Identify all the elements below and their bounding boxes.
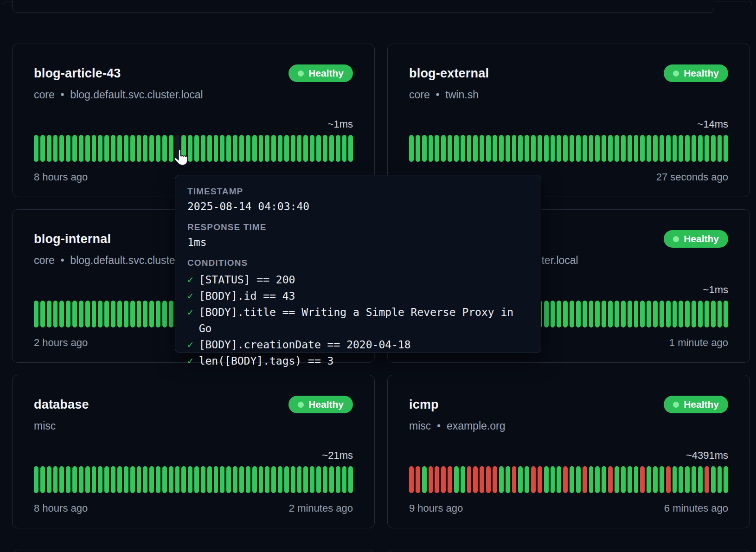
uptime-bar[interactable] <box>310 466 314 493</box>
uptime-bar[interactable] <box>711 135 716 162</box>
uptime-bar[interactable] <box>175 135 180 162</box>
uptime-bar[interactable] <box>551 135 555 162</box>
uptime-bar[interactable] <box>621 135 626 162</box>
uptime-bar[interactable] <box>589 301 594 327</box>
uptime-bar[interactable] <box>104 301 109 327</box>
uptime-bar[interactable] <box>583 466 587 493</box>
uptime-bar[interactable] <box>409 466 414 493</box>
uptime-bar[interactable] <box>518 466 523 493</box>
uptime-bar[interactable] <box>512 135 517 162</box>
uptime-bar[interactable] <box>265 135 269 162</box>
uptime-bar[interactable] <box>724 466 728 493</box>
uptime-bar[interactable] <box>181 135 186 162</box>
uptime-bar[interactable] <box>621 466 626 493</box>
uptime-bar[interactable] <box>59 135 64 162</box>
uptime-bar[interactable] <box>348 135 353 162</box>
uptime-bar[interactable] <box>653 466 658 493</box>
uptime-bar[interactable] <box>499 135 504 162</box>
uptime-bar[interactable] <box>640 135 645 162</box>
uptime-bar[interactable] <box>278 466 282 493</box>
uptime-bar[interactable] <box>673 466 677 493</box>
uptime-bar[interactable] <box>169 466 173 493</box>
uptime-bar[interactable] <box>143 301 147 327</box>
uptime-bar[interactable] <box>473 135 478 162</box>
uptime-bar[interactable] <box>104 466 109 493</box>
uptime-bar[interactable] <box>271 466 276 493</box>
uptime-bar[interactable] <box>679 135 683 162</box>
uptime-bar[interactable] <box>143 466 147 493</box>
uptime-bar[interactable] <box>608 135 613 162</box>
uptime-bar[interactable] <box>666 466 671 493</box>
uptime-bar[interactable] <box>435 135 439 162</box>
uptime-bar[interactable] <box>634 301 639 327</box>
uptime-bar[interactable] <box>698 466 703 493</box>
uptime-bar[interactable] <box>329 466 334 493</box>
uptime-bar[interactable] <box>615 466 619 493</box>
uptime-bar[interactable] <box>634 135 639 162</box>
uptime-bar[interactable] <box>169 301 173 327</box>
uptime-bar[interactable] <box>506 135 510 162</box>
uptime-bar[interactable] <box>518 135 523 162</box>
uptime-bar[interactable] <box>79 135 83 162</box>
uptime-bar[interactable] <box>422 135 427 162</box>
uptime-bar[interactable] <box>342 135 347 162</box>
uptime-bar[interactable] <box>271 135 276 162</box>
uptime-bar[interactable] <box>117 301 122 327</box>
uptime-bar[interactable] <box>525 135 529 162</box>
uptime-bar[interactable] <box>531 466 536 493</box>
uptime-bar[interactable] <box>448 135 452 162</box>
uptime-bar[interactable] <box>660 301 664 327</box>
uptime-bar[interactable] <box>563 466 568 493</box>
uptime-bar[interactable] <box>628 135 632 162</box>
uptime-bar[interactable] <box>544 135 549 162</box>
uptime-bar[interactable] <box>252 135 257 162</box>
uptime-bar[interactable] <box>454 135 459 162</box>
uptime-bar[interactable] <box>47 466 51 493</box>
uptime-bar[interactable] <box>53 301 58 327</box>
uptime-bar[interactable] <box>480 135 484 162</box>
uptime-bar[interactable] <box>59 301 64 327</box>
uptime-bar[interactable] <box>454 466 459 493</box>
uptime-bar[interactable] <box>705 301 709 327</box>
uptime-bar[interactable] <box>705 466 709 493</box>
uptime-bar[interactable] <box>673 301 677 327</box>
uptime-bar[interactable] <box>162 135 167 162</box>
uptime-bar[interactable] <box>259 135 263 162</box>
uptime-bar[interactable] <box>711 466 716 493</box>
uptime-bar[interactable] <box>207 135 212 162</box>
uptime-bar[interactable] <box>653 135 658 162</box>
uptime-bar[interactable] <box>461 135 465 162</box>
uptime-bar[interactable] <box>602 301 606 327</box>
uptime-bar[interactable] <box>124 466 128 493</box>
uptime-bar[interactable] <box>718 301 722 327</box>
uptime-bar[interactable] <box>226 135 231 162</box>
uptime-bars[interactable] <box>34 135 353 162</box>
uptime-bar[interactable] <box>336 135 340 162</box>
uptime-bar[interactable] <box>589 466 594 493</box>
uptime-bar[interactable] <box>246 466 250 493</box>
uptime-bar[interactable] <box>441 135 446 162</box>
service-card-blog-external[interactable]: blog-external Healthy core • twin.sh ~14… <box>387 44 750 197</box>
uptime-bar[interactable] <box>316 135 321 162</box>
uptime-bar[interactable] <box>551 466 555 493</box>
uptime-bar[interactable] <box>673 135 677 162</box>
uptime-bar[interactable] <box>602 135 606 162</box>
uptime-bar[interactable] <box>201 135 205 162</box>
uptime-bar[interactable] <box>111 301 115 327</box>
uptime-bar[interactable] <box>316 466 321 493</box>
uptime-bar[interactable] <box>278 135 282 162</box>
uptime-bar[interactable] <box>506 466 510 493</box>
uptime-bar[interactable] <box>284 135 289 162</box>
uptime-bar[interactable] <box>429 135 433 162</box>
uptime-bar[interactable] <box>124 301 128 327</box>
uptime-bar[interactable] <box>342 466 347 493</box>
uptime-bar[interactable] <box>66 466 70 493</box>
uptime-bar[interactable] <box>698 135 703 162</box>
uptime-bar[interactable] <box>92 466 96 493</box>
uptime-bar[interactable] <box>214 135 218 162</box>
uptime-bar[interactable] <box>85 301 90 327</box>
uptime-bar[interactable] <box>493 466 497 493</box>
uptime-bar[interactable] <box>156 301 160 327</box>
uptime-bars[interactable] <box>409 466 728 493</box>
service-card-blog-article-43[interactable]: blog-article-43 Healthy core • blog.defa… <box>12 44 375 197</box>
